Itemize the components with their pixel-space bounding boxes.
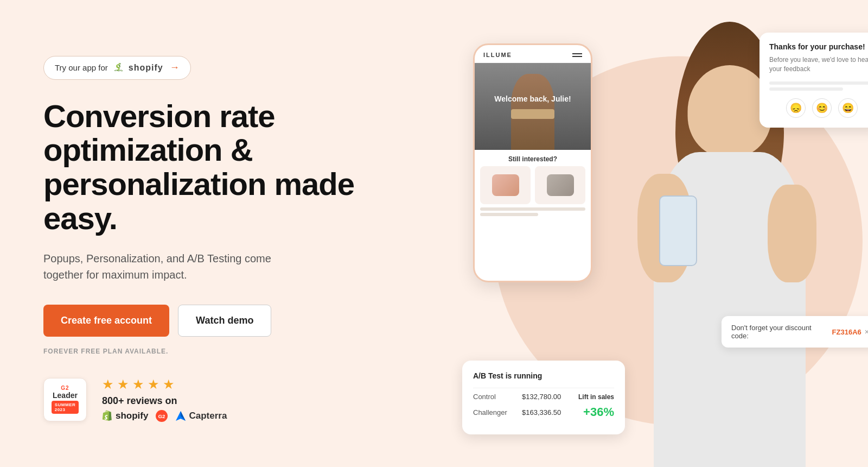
ab-control-label: Control	[473, 393, 522, 401]
phone-product-line	[480, 207, 585, 211]
svg-text:shopify: shopify	[114, 68, 123, 71]
emoji-sad[interactable]: 😞	[786, 98, 806, 118]
discount-text: Don't forget your discount code:	[731, 324, 829, 340]
shopify-icon: shopify	[112, 62, 124, 74]
g2-badge-label: Leader	[53, 391, 78, 400]
phone-welcome-text: Welcome back, Julie!	[494, 94, 571, 104]
arrow-icon: →	[170, 62, 180, 73]
star-half: ★	[163, 377, 175, 392]
feedback-line-1	[769, 81, 868, 85]
forever-free-label: FOREVER FREE PLAN AVAILABLE.	[43, 348, 419, 355]
emoji-happy[interactable]: 😄	[838, 98, 858, 118]
feedback-card: × Thanks for your purchase! Before you l…	[760, 33, 868, 128]
discount-close-button[interactable]: ×	[865, 327, 868, 336]
phone-mockup: ILLUME Welcome back, Julie! Still intere…	[473, 43, 592, 282]
feedback-line-2	[769, 87, 843, 91]
phone-products	[475, 166, 591, 204]
star-2: ★	[117, 377, 129, 392]
phone-product-1	[480, 166, 531, 204]
capterra-platform-icon	[175, 411, 186, 421]
ab-challenger-label: Challenger	[473, 408, 522, 416]
g2-badge-period: SUMMER 2023	[52, 401, 79, 414]
ab-challenger-value: $163,336.50	[522, 408, 583, 416]
g2-period-text: SUMMER	[55, 402, 76, 407]
g2-year-text: 2023	[55, 407, 76, 412]
face-shape	[687, 65, 771, 157]
right-panel: ILLUME Welcome back, Julie! Still intere…	[451, 0, 868, 467]
feedback-subtitle: Before you leave, we'd love to hear your…	[769, 55, 868, 74]
menu-line-2	[572, 56, 582, 57]
reviews-section: ★ ★ ★ ★ ★ 800+ reviews on shopify	[102, 377, 227, 422]
phone-brand: ILLUME	[483, 52, 512, 58]
ab-test-title: A/B Test is running	[473, 371, 614, 380]
shopify-badge[interactable]: Try our app for shopify shopify →	[43, 56, 191, 80]
hero-container: Try our app for shopify shopify → Conver…	[0, 0, 868, 467]
ab-test-row-1: Control $132,780.00 Lift in sales	[473, 393, 614, 401]
create-account-button[interactable]: Create free account	[43, 305, 169, 337]
cta-buttons: Create free account Watch demo	[43, 305, 419, 337]
menu-line-1	[572, 53, 582, 54]
star-1: ★	[102, 377, 114, 392]
ab-lift-label: Lift in sales	[578, 393, 614, 401]
shopify-platform-logo: shopify	[102, 410, 148, 422]
phone-welcome-box: Welcome back, Julie!	[494, 94, 571, 119]
feedback-title: Thanks for your purchase!	[769, 42, 868, 51]
discount-code: FZ316A6	[832, 328, 861, 336]
feedback-emojis: 😞 😊 😄	[769, 98, 868, 118]
shopify-brand-text: shopify	[129, 63, 163, 73]
phone-menu-icon	[572, 53, 582, 57]
discount-card: Don't forget your discount code: FZ316A6…	[722, 316, 868, 348]
stars-row: ★ ★ ★ ★ ★	[102, 377, 227, 392]
g2-platform-icon: G2	[156, 410, 168, 422]
ab-divider-1	[473, 388, 614, 388]
phone-product-line-short	[480, 213, 538, 216]
platform-logos: shopify G2 Capterra	[102, 410, 227, 422]
g2-platform-logo: G2	[156, 410, 168, 422]
product-shape-2	[547, 174, 574, 196]
ab-test-row-2: Challenger $163,336.50 +36%	[473, 405, 614, 419]
svg-text:G2: G2	[158, 413, 166, 419]
phone-hero-image: Welcome back, Julie!	[475, 63, 591, 150]
ab-control-value: $132,780.00	[522, 393, 578, 401]
ab-test-card: A/B Test is running Control $132,780.00 …	[462, 361, 625, 434]
badge-prefix: Try our app for	[55, 63, 108, 72]
star-3: ★	[132, 377, 144, 392]
left-panel: Try our app for shopify shopify → Conver…	[0, 0, 451, 467]
capterra-label: Capterra	[189, 411, 227, 421]
phone-section-title: Still interested?	[475, 150, 591, 166]
g2-badge: G2 Leader SUMMER 2023	[43, 378, 87, 421]
phone-cta-bar	[511, 109, 554, 119]
shopify-label: shopify	[116, 411, 148, 421]
shopify-platform-icon	[102, 410, 113, 422]
g2-badge-top: G2	[61, 385, 69, 391]
phone-header: ILLUME	[475, 45, 591, 63]
phone-in-hand	[659, 195, 697, 266]
social-proof: G2 Leader SUMMER 2023 ★ ★ ★ ★ ★ 800+ rev…	[43, 377, 419, 422]
ab-lift-value: +36%	[583, 405, 614, 419]
capterra-platform-logo: Capterra	[175, 411, 227, 421]
emoji-neutral[interactable]: 😊	[812, 98, 832, 118]
reviews-count: 800+ reviews on	[102, 395, 227, 407]
product-shape-1	[492, 174, 519, 196]
phone-product-2	[535, 166, 585, 204]
hero-headline: Conversion rate optimization & personali…	[43, 99, 419, 236]
right-arm	[768, 185, 816, 282]
feedback-lines	[769, 81, 868, 91]
star-4: ★	[148, 377, 159, 392]
hero-subheadline: Popups, Personalization, and A/B Testing…	[43, 250, 304, 283]
watch-demo-button[interactable]: Watch demo	[178, 305, 271, 337]
